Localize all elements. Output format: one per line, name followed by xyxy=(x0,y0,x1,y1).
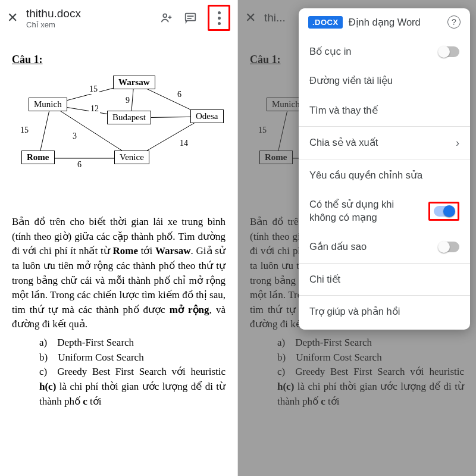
help-icon[interactable]: ? xyxy=(447,15,461,29)
toggle-star[interactable] xyxy=(439,242,459,252)
options-list: a) Depth-First Search b) Uniform Cost Se… xyxy=(12,336,226,409)
city-venice: Venice xyxy=(114,151,149,164)
file-name: thithu.docx xyxy=(26,7,160,20)
edge-label: 9 xyxy=(124,96,131,105)
menu-help-feedback[interactable]: Trợ giúp và phản hồi xyxy=(299,297,470,326)
right-pane: ✕ thi... Câu 1: Munich 15 Rome Bản đồ tr… xyxy=(238,0,476,476)
menu-offline[interactable]: Có thể sử dụng khi không có mạng xyxy=(299,190,470,232)
menu-header: .DOCX Định dạng Word ? xyxy=(299,15,470,37)
document-body: Câu 1: Warsaw Munich Budapest Odesa xyxy=(0,36,237,409)
menu-item-label: Gắn dấu sao xyxy=(309,240,439,253)
menu-item-label: Trợ giúp và phản hồi xyxy=(309,305,459,318)
city-warsaw: Warsaw xyxy=(113,76,155,89)
edge-label: 15 xyxy=(88,84,99,94)
app-header: ✕ thithu.docx Chỉ xem xyxy=(0,0,237,36)
menu-divider xyxy=(299,263,470,264)
city-munich: Munich xyxy=(29,98,67,111)
option-c: c) Greedy Best First Search với heuristi… xyxy=(39,365,226,409)
graph-diagram: Warsaw Munich Budapest Odesa Rome Venice… xyxy=(12,72,226,179)
menu-item-label: Chia sẻ và xuất xyxy=(309,136,456,149)
city-budapest: Budapest xyxy=(107,111,151,124)
edge-label: 6 xyxy=(176,90,183,99)
docx-badge: .DOCX xyxy=(308,16,343,29)
menu-divider xyxy=(299,295,470,296)
menu-share-export[interactable]: Chia sẻ và xuất › xyxy=(299,128,470,157)
toggle-offline[interactable] xyxy=(434,206,454,217)
menu-item-label: Có thể sử dụng khi không có mạng xyxy=(309,198,428,224)
edge-label: 12 xyxy=(89,104,100,114)
comment-icon[interactable] xyxy=(184,11,197,24)
left-pane: ✕ thithu.docx Chỉ xem Câu 1: xyxy=(0,0,238,476)
toggle-print-layout[interactable] xyxy=(439,46,459,57)
highlight-more-menu xyxy=(208,5,230,31)
view-mode-label: Chỉ xem xyxy=(26,20,160,29)
title-block: thithu.docx Chỉ xem xyxy=(24,7,160,29)
menu-star[interactable]: Gắn dấu sao xyxy=(299,232,470,261)
menu-print-layout[interactable]: Bố cục in xyxy=(299,37,470,66)
header-actions xyxy=(160,5,230,31)
menu-item-label: Bố cục in xyxy=(309,45,439,58)
menu-item-label: Đường viền tài liệu xyxy=(309,74,459,87)
edge-label: 3 xyxy=(71,131,78,141)
menu-request-edit[interactable]: Yêu cầu quyền chỉnh sửa xyxy=(299,161,470,190)
city-odesa: Odesa xyxy=(190,109,224,123)
share-person-icon[interactable] xyxy=(160,11,173,24)
options-menu-panel: .DOCX Định dạng Word ? Bố cục in Đường v… xyxy=(299,8,470,330)
menu-item-label: Chi tiết xyxy=(309,273,459,286)
option-b: b) Uniform Cost Search xyxy=(39,350,226,365)
menu-item-label: Tìm và thay thế xyxy=(309,104,459,117)
menu-item-label: Yêu cầu quyền chỉnh sửa xyxy=(309,169,459,181)
menu-find-replace[interactable]: Tìm và thay thế xyxy=(299,96,470,125)
highlight-offline-toggle xyxy=(428,202,459,221)
edge-label: 6 xyxy=(76,160,83,170)
menu-divider xyxy=(299,126,470,127)
question-paragraph: Bản đồ trên cho biết thời gian lái xe tr… xyxy=(12,215,226,332)
close-icon[interactable]: ✕ xyxy=(7,10,24,26)
svg-rect-1 xyxy=(186,14,196,21)
menu-details[interactable]: Chi tiết xyxy=(299,265,470,294)
question-heading: Câu 1: xyxy=(12,54,226,66)
menu-document-borders[interactable]: Đường viền tài liệu xyxy=(299,66,470,95)
word-format-label: Định dạng Word xyxy=(349,17,441,28)
edge-label: 15 xyxy=(19,126,30,135)
edge-label: 14 xyxy=(178,139,189,148)
svg-point-0 xyxy=(163,14,167,17)
city-rome: Rome xyxy=(21,151,55,164)
chevron-right-icon: › xyxy=(456,137,459,149)
menu-divider xyxy=(299,159,470,159)
option-a: a) Depth-First Search xyxy=(39,336,226,350)
more-menu-icon[interactable] xyxy=(211,8,227,27)
